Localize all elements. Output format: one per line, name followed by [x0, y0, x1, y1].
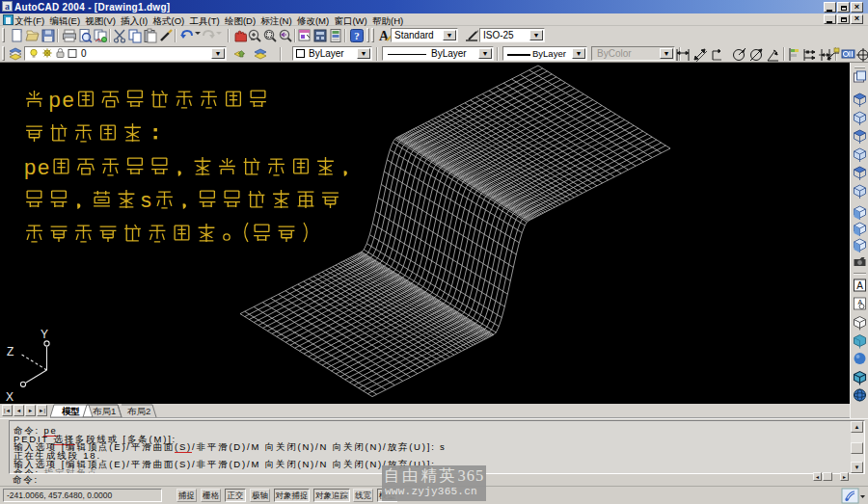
svg-text:布局1: 布局1	[92, 406, 116, 416]
svg-text:e: e	[38, 155, 49, 179]
svg-text:?: ?	[354, 30, 360, 41]
svg-text:Z: Z	[7, 345, 14, 358]
svg-text:s: s	[141, 188, 151, 212]
svg-text:模型: 模型	[61, 406, 80, 416]
svg-text:p: p	[24, 155, 36, 179]
svg-text:A: A	[379, 29, 390, 43]
svg-text:e: e	[63, 88, 74, 112]
svg-text:X: X	[6, 390, 14, 404]
svg-text:A: A	[856, 280, 863, 291]
svg-text:布局2: 布局2	[126, 406, 150, 416]
svg-text:Y: Y	[41, 328, 48, 341]
svg-text:p: p	[49, 88, 61, 112]
